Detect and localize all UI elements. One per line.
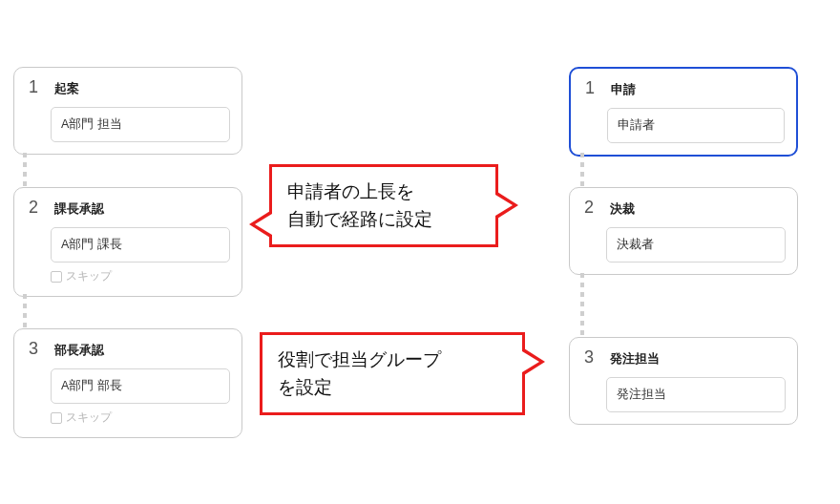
- right-connector-1: [580, 153, 584, 187]
- right-connector-2: [580, 273, 584, 338]
- step-title: 発注担当: [610, 350, 660, 368]
- checkbox-icon[interactable]: [51, 271, 62, 283]
- step-head: 1 起案: [26, 77, 230, 97]
- callout-line2: 自動で経路に設定: [287, 209, 432, 229]
- skip-row[interactable]: スキップ: [51, 410, 230, 426]
- left-step-1-card[interactable]: 1 起案 A部門 担当: [13, 67, 242, 155]
- left-step-2-card[interactable]: 2 課長承認 A部門 課長 スキップ: [13, 187, 242, 297]
- callout-line1: 役割で担当グループ: [278, 349, 441, 369]
- step-title: 起案: [54, 80, 79, 97]
- step-number: 1: [582, 78, 598, 98]
- step-head: 1 申請: [582, 78, 785, 98]
- left-connector-2: [23, 294, 27, 328]
- left-step-3-card[interactable]: 3 部長承認 A部門 部長 スキップ: [13, 328, 242, 438]
- speech-pointer-icon: [495, 195, 513, 216]
- step-number: 1: [26, 77, 41, 97]
- step-person: 決裁者: [606, 227, 786, 262]
- step-title: 部長承認: [54, 342, 104, 359]
- skip-label: スキップ: [66, 268, 112, 284]
- speech-pointer-icon: [522, 351, 539, 372]
- step-number: 2: [581, 198, 597, 218]
- callout-1: 申請者の上長を 自動で経路に設定: [269, 164, 498, 247]
- right-step-2-card[interactable]: 2 決裁 決裁者: [569, 187, 798, 275]
- callout-2: 役割で担当グループ を設定: [260, 332, 525, 415]
- skip-label: スキップ: [66, 410, 112, 426]
- step-person: A部門 課長: [51, 227, 230, 262]
- step-head: 3 発注担当: [581, 347, 786, 368]
- right-step-3-card[interactable]: 3 発注担当 発注担当: [569, 337, 798, 425]
- step-person: A部門 部長: [51, 368, 230, 404]
- callout-line2: を設定: [278, 377, 332, 397]
- step-head: 3 部長承認: [26, 339, 230, 359]
- step-person: A部門 担当: [51, 107, 230, 142]
- step-number: 2: [26, 198, 41, 218]
- step-number: 3: [581, 347, 597, 368]
- step-title: 申請: [611, 81, 636, 98]
- checkbox-icon[interactable]: [51, 412, 62, 424]
- skip-row[interactable]: スキップ: [51, 268, 230, 284]
- callout-line1: 申請者の上長を: [287, 181, 414, 201]
- step-title: 決裁: [610, 200, 635, 218]
- left-connector-1: [23, 153, 27, 187]
- step-head: 2 決裁: [581, 198, 786, 218]
- right-step-1-card[interactable]: 1 申請 申請者: [569, 67, 798, 157]
- step-title: 課長承認: [54, 200, 104, 218]
- diagram-canvas: 1 起案 A部門 担当 2 課長承認 A部門 課長 スキップ 3 部長承認 A部…: [0, 0, 840, 504]
- step-person: 発注担当: [606, 377, 786, 412]
- step-head: 2 課長承認: [26, 198, 230, 218]
- speech-pointer-icon: [255, 214, 272, 235]
- step-number: 3: [26, 339, 41, 359]
- step-person: 申請者: [607, 108, 785, 143]
